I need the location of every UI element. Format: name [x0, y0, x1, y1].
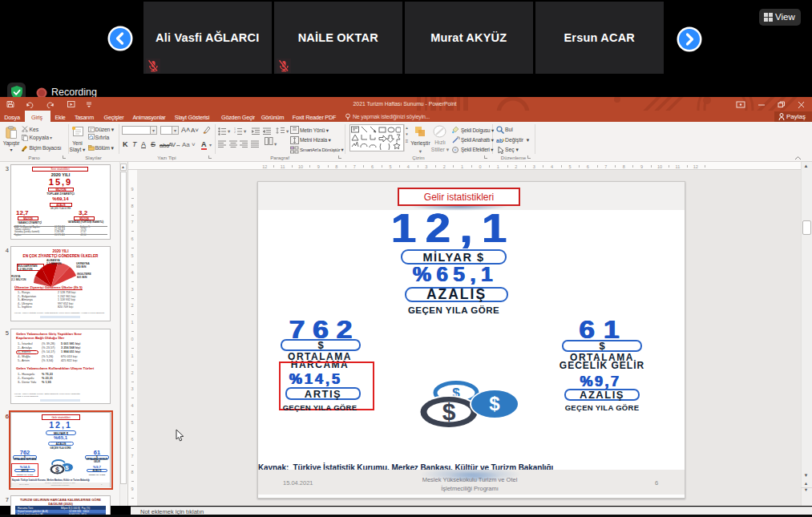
- svg-text:$: $: [489, 393, 500, 414]
- svg-text:ab: ab: [496, 138, 503, 143]
- svg-text:$: $: [55, 466, 59, 474]
- svg-text:$: $: [65, 464, 69, 471]
- svg-text:$: $: [442, 398, 456, 425]
- svg-text:2: 2: [234, 130, 236, 133]
